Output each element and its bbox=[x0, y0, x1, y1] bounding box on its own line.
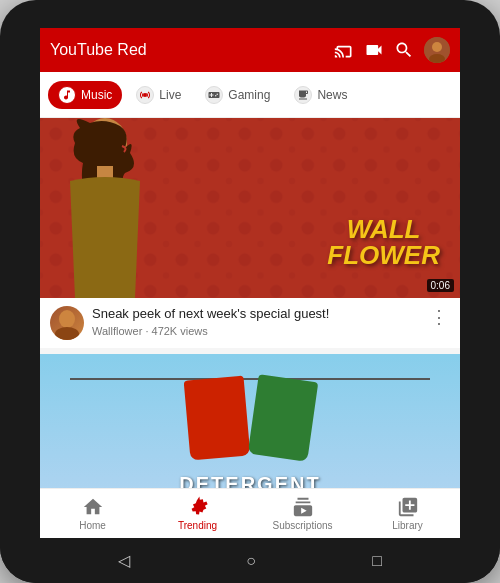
phone-frame: YouTube Red bbox=[0, 0, 500, 583]
nav-library[interactable]: Library bbox=[355, 489, 460, 538]
video-thumbnail-detergent[interactable]: DETERGENT bbox=[40, 354, 460, 488]
more-options-icon[interactable]: ⋮ bbox=[428, 306, 450, 328]
svg-point-12 bbox=[59, 310, 75, 328]
category-bar: Music Live Gaming News bbox=[40, 72, 460, 118]
cast-icon[interactable] bbox=[334, 40, 354, 60]
profile-icon[interactable] bbox=[424, 37, 450, 63]
video-meta-wallflower: Sneak peek of next week's special guest!… bbox=[92, 306, 420, 337]
video-duration: 0:06 bbox=[427, 279, 454, 292]
category-news[interactable]: News bbox=[284, 81, 357, 109]
nav-home[interactable]: Home bbox=[40, 489, 145, 538]
svg-point-13 bbox=[55, 327, 79, 340]
subscriptions-label: Subscriptions bbox=[272, 520, 332, 531]
news-label: News bbox=[317, 88, 347, 102]
home-button[interactable]: ○ bbox=[246, 552, 256, 570]
video-card-detergent: DETERGENT bbox=[40, 354, 460, 488]
channel-avatar-wallflower bbox=[50, 306, 84, 340]
recent-button[interactable]: □ bbox=[372, 552, 382, 570]
music-icon bbox=[58, 86, 76, 104]
live-icon bbox=[136, 86, 154, 104]
category-live[interactable]: Live bbox=[126, 81, 191, 109]
library-icon bbox=[397, 496, 419, 518]
video-info-wallflower: Sneak peek of next week's special guest!… bbox=[40, 298, 460, 348]
news-icon bbox=[294, 86, 312, 104]
music-label: Music bbox=[81, 88, 112, 102]
video-card-wallflower: WALLFLOWER 0:06 bbox=[40, 118, 460, 348]
video-thumbnail-wallflower[interactable]: WALLFLOWER 0:06 bbox=[40, 118, 460, 298]
phone-screen: YouTube Red bbox=[40, 28, 460, 538]
view-count: 472K views bbox=[152, 325, 208, 337]
top-bar-icons bbox=[334, 37, 450, 63]
video-subtitle: Wallflower · 472K views bbox=[92, 325, 420, 337]
bottom-nav: Home Trending Subscriptions Library bbox=[40, 488, 460, 538]
gaming-label: Gaming bbox=[228, 88, 270, 102]
content-area: WALLFLOWER 0:06 bbox=[40, 118, 460, 488]
search-icon[interactable] bbox=[394, 40, 414, 60]
red-cloth bbox=[184, 376, 251, 461]
top-bar: YouTube Red bbox=[40, 28, 460, 72]
phone-bottom-bar: ◁ ○ □ bbox=[0, 538, 500, 583]
wallflower-title-text: WALLFLOWER bbox=[327, 216, 440, 268]
channel-name: Wallflower bbox=[92, 325, 142, 337]
detergent-text: DETERGENT bbox=[40, 473, 460, 488]
trending-label: Trending bbox=[178, 520, 217, 531]
nav-subscriptions[interactable]: Subscriptions bbox=[250, 489, 355, 538]
app-title: YouTube Red bbox=[50, 41, 334, 59]
subscriptions-icon bbox=[292, 496, 314, 518]
live-label: Live bbox=[159, 88, 181, 102]
category-music[interactable]: Music bbox=[48, 81, 122, 109]
svg-point-1 bbox=[432, 42, 442, 52]
category-gaming[interactable]: Gaming bbox=[195, 81, 280, 109]
nav-trending[interactable]: Trending bbox=[145, 489, 250, 538]
home-label: Home bbox=[79, 520, 106, 531]
camera-icon[interactable] bbox=[364, 40, 384, 60]
green-cloth bbox=[248, 374, 319, 462]
trending-icon bbox=[187, 496, 209, 518]
clothes-on-line bbox=[187, 374, 313, 458]
library-label: Library bbox=[392, 520, 423, 531]
home-icon bbox=[82, 496, 104, 518]
video-title: Sneak peek of next week's special guest! bbox=[92, 306, 420, 323]
gaming-icon bbox=[205, 86, 223, 104]
back-button[interactable]: ◁ bbox=[118, 551, 130, 570]
